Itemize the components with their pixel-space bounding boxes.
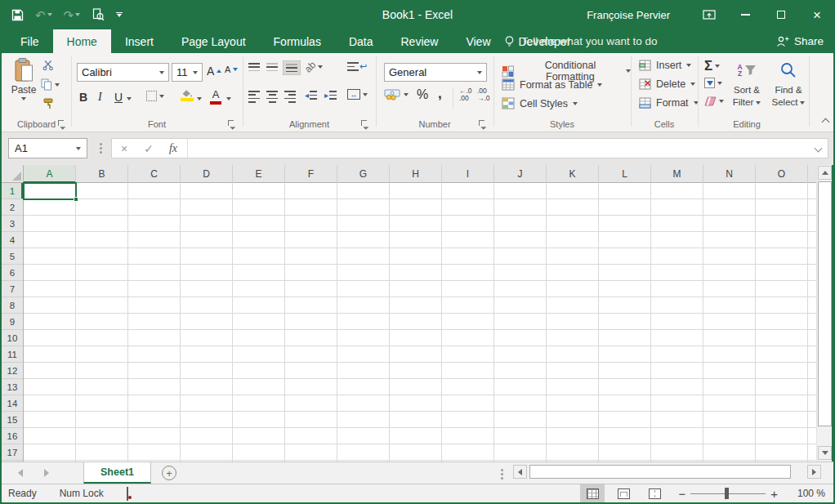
increase-indent-button[interactable]: ▸ xyxy=(324,91,337,100)
decrease-decimal-button[interactable]: .00 →.0 xyxy=(477,87,490,102)
format-painter-button[interactable] xyxy=(42,98,54,109)
expand-formula-bar-button[interactable] xyxy=(808,139,828,158)
page-layout-view-button[interactable] xyxy=(611,484,636,502)
redo-button[interactable]: ↷ xyxy=(64,9,81,21)
row-header-17[interactable]: 17 xyxy=(2,444,23,461)
number-format-select[interactable]: General xyxy=(384,63,487,82)
row-header-4[interactable]: 4 xyxy=(2,232,23,248)
sheet-nav-right-button[interactable] xyxy=(34,462,59,484)
decrease-indent-button[interactable]: ◂ xyxy=(305,91,317,100)
tab-home[interactable]: Home xyxy=(53,29,111,53)
align-right-button[interactable] xyxy=(284,91,296,103)
sheet-nav-left-button[interactable] xyxy=(8,462,33,484)
align-center-button[interactable] xyxy=(266,91,278,103)
underline-dropdown-icon[interactable] xyxy=(127,97,132,100)
macro-record-button[interactable] xyxy=(127,488,128,500)
row-header-11[interactable]: 11 xyxy=(2,346,23,363)
insert-function-button[interactable]: fx xyxy=(161,139,185,158)
italic-button[interactable]: I xyxy=(98,91,102,104)
row-header-6[interactable]: 6 xyxy=(2,265,23,281)
zoom-slider[interactable] xyxy=(690,488,766,499)
fill-button[interactable] xyxy=(704,78,722,88)
zoom-out-button[interactable]: − xyxy=(678,487,685,501)
font-dialog-launcher[interactable] xyxy=(228,120,236,128)
tab-data[interactable]: Data xyxy=(335,29,387,53)
percent-style-button[interactable]: % xyxy=(417,87,428,102)
fill-handle[interactable] xyxy=(74,197,78,202)
horizontal-scrollbar-thumb[interactable] xyxy=(529,465,791,479)
delete-cells-button[interactable]: Delete xyxy=(639,78,695,90)
ribbon-display-options-button[interactable] xyxy=(691,0,727,29)
column-header-n[interactable]: N xyxy=(703,165,756,183)
number-dialog-launcher[interactable] xyxy=(479,120,487,128)
column-header-e[interactable]: E xyxy=(233,165,285,183)
column-header-g[interactable]: G xyxy=(337,165,390,183)
row-header-9[interactable]: 9 xyxy=(2,314,23,330)
font-color-dropdown-icon[interactable] xyxy=(226,97,231,100)
accounting-format-button[interactable] xyxy=(384,89,409,100)
format-as-table-button[interactable]: Format as Table xyxy=(502,78,602,91)
copy-button[interactable] xyxy=(41,78,60,91)
scroll-up-button[interactable] xyxy=(818,166,832,180)
tab-scroll-splitter[interactable] xyxy=(501,469,503,471)
page-break-view-button[interactable] xyxy=(642,484,667,502)
clear-button[interactable] xyxy=(704,96,724,106)
bottom-align-button[interactable] xyxy=(283,60,301,75)
tab-view[interactable]: View xyxy=(452,29,504,53)
row-header-10[interactable]: 10 xyxy=(2,330,23,346)
borders-button[interactable] xyxy=(146,91,164,101)
collapse-ribbon-button[interactable] xyxy=(823,115,828,127)
share-button[interactable]: Share xyxy=(776,29,824,53)
sort-filter-button[interactable]: AZ Sort & Filter xyxy=(727,56,766,109)
formula-input[interactable] xyxy=(190,139,808,158)
column-header-l[interactable]: L xyxy=(599,165,651,183)
row-header-8[interactable]: 8 xyxy=(2,297,23,314)
row-header-2[interactable]: 2 xyxy=(2,199,23,216)
qat-customize-button[interactable] xyxy=(116,12,123,18)
tab-review[interactable]: Review xyxy=(387,29,453,53)
increase-font-button[interactable]: A xyxy=(207,65,221,78)
row-header-14[interactable]: 14 xyxy=(2,395,23,412)
column-header-k[interactable]: K xyxy=(547,165,599,183)
comma-style-button[interactable]: , xyxy=(438,86,442,102)
insert-cells-button[interactable]: Insert xyxy=(639,60,691,71)
sheet-tab-sheet1[interactable]: Sheet1 xyxy=(83,462,151,484)
orientation-button[interactable]: ab xyxy=(305,61,323,73)
cut-button[interactable] xyxy=(42,60,53,70)
column-header-h[interactable]: H xyxy=(390,165,442,183)
scroll-left-button[interactable] xyxy=(513,465,527,479)
column-header-m[interactable]: M xyxy=(651,165,703,183)
column-header-d[interactable]: D xyxy=(181,165,233,183)
row-header-15[interactable]: 15 xyxy=(2,412,23,428)
undo-button[interactable]: ↶ xyxy=(35,9,52,21)
row-header-12[interactable]: 12 xyxy=(2,363,23,379)
column-header-partial[interactable] xyxy=(808,165,816,183)
grid-cells[interactable] xyxy=(24,183,816,462)
name-box[interactable]: A1 xyxy=(8,138,87,158)
wrap-text-button[interactable]: ↩ xyxy=(347,61,367,72)
column-header-c[interactable]: C xyxy=(128,165,181,183)
column-header-f[interactable]: F xyxy=(285,165,337,183)
print-preview-button[interactable] xyxy=(92,8,105,21)
scroll-down-button[interactable] xyxy=(818,446,832,460)
font-color-button[interactable]: A xyxy=(210,88,221,105)
horizontal-scrollbar[interactable] xyxy=(513,465,822,480)
fill-color-button[interactable] xyxy=(181,89,194,101)
row-header-13[interactable]: 13 xyxy=(2,379,23,395)
tab-formulas[interactable]: Formulas xyxy=(260,29,335,53)
selected-cell[interactable] xyxy=(23,182,77,200)
merge-center-button[interactable]: ↔ xyxy=(347,89,368,100)
select-all-button[interactable] xyxy=(2,165,24,183)
row-header-7[interactable]: 7 xyxy=(2,281,23,297)
alignment-dialog-launcher[interactable] xyxy=(361,120,369,128)
bold-button[interactable]: B xyxy=(79,91,87,104)
font-name-select[interactable]: Calibri xyxy=(77,63,169,82)
align-left-button[interactable] xyxy=(248,91,260,103)
save-button[interactable] xyxy=(11,9,24,21)
minimize-button[interactable] xyxy=(727,0,763,29)
tab-page-layout[interactable]: Page Layout xyxy=(167,29,260,53)
vertical-scrollbar[interactable] xyxy=(816,165,832,462)
tell-me-box[interactable]: Tell me what you want to do xyxy=(503,29,658,53)
cancel-button[interactable]: × xyxy=(112,139,136,158)
increase-decimal-button[interactable]: ←.0 .00 xyxy=(459,87,472,102)
